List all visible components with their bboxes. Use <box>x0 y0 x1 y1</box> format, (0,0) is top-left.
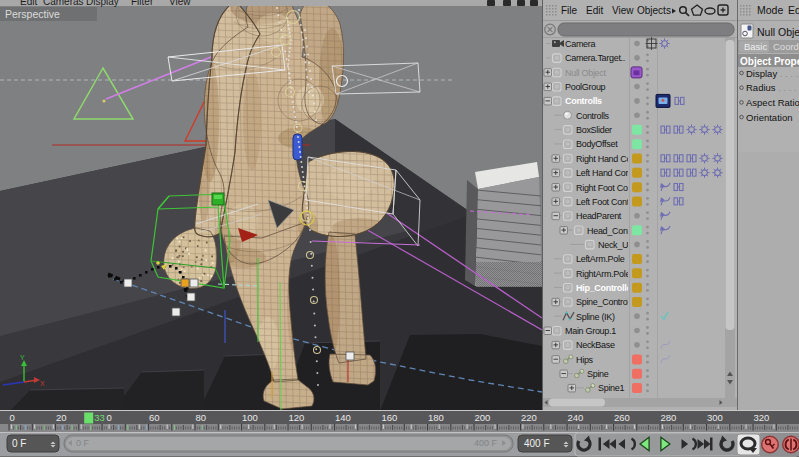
svg-text:View: View <box>169 0 191 7</box>
svg-text:400 F: 400 F <box>474 438 498 448</box>
svg-text:Basic: Basic <box>744 41 767 52</box>
svg-text:Hip_Controlle: Hip_Controlle <box>576 283 631 293</box>
svg-text:260: 260 <box>614 412 630 423</box>
svg-text:0: 0 <box>107 412 112 423</box>
svg-text:X: X <box>40 380 45 387</box>
svg-text:Spline (IK): Spline (IK) <box>576 312 615 322</box>
svg-text:280: 280 <box>661 412 677 423</box>
svg-text:Main Group.1: Main Group.1 <box>565 326 616 336</box>
svg-text:Left Foot Cont: Left Foot Cont <box>576 197 630 207</box>
svg-text:Orientation: Orientation <box>746 112 792 123</box>
svg-text:Hips: Hips <box>576 355 594 365</box>
svg-text:100: 100 <box>242 412 258 423</box>
svg-text:60: 60 <box>149 412 160 423</box>
svg-text:Spine1: Spine1 <box>598 383 625 393</box>
svg-text:300: 300 <box>707 412 723 423</box>
svg-text:NeckBase: NeckBase <box>576 340 615 350</box>
svg-text:Edi: Edi <box>788 4 799 16</box>
svg-text:Y: Y <box>20 354 25 361</box>
svg-text:0: 0 <box>10 412 15 423</box>
svg-text:Right Hand Co: Right Hand Co <box>576 154 631 164</box>
svg-text:BoxSlider: BoxSlider <box>576 125 612 135</box>
svg-text:Controlls: Controlls <box>565 96 602 106</box>
svg-text:80: 80 <box>196 412 207 423</box>
svg-text:View: View <box>612 5 634 16</box>
svg-text:120: 120 <box>289 412 305 423</box>
svg-text:Spine: Spine <box>587 369 609 379</box>
svg-text:0 F: 0 F <box>12 438 26 449</box>
svg-text:Right Foot Co: Right Foot Co <box>576 183 628 193</box>
svg-text:0 F: 0 F <box>76 438 90 448</box>
svg-text:Edit: Edit <box>586 5 603 16</box>
svg-text:140: 140 <box>335 412 351 423</box>
svg-text:Cameras: Cameras <box>43 0 84 7</box>
svg-text:Head_Contr: Head_Contr <box>587 226 633 236</box>
svg-text:Aspect Ratio: Aspect Ratio <box>746 97 799 108</box>
svg-text:400 F: 400 F <box>524 438 550 449</box>
svg-text:RightArm.Pole: RightArm.Pole <box>576 269 630 279</box>
svg-text:Display . . . .: Display . . . . <box>746 68 798 79</box>
svg-text:Mode: Mode <box>757 4 783 16</box>
svg-text:Objects: Objects <box>637 5 671 16</box>
svg-text:200: 200 <box>475 412 491 423</box>
svg-text:BodyOffset: BodyOffset <box>576 139 618 149</box>
svg-text:File: File <box>561 5 578 16</box>
svg-text:Display: Display <box>86 0 119 7</box>
svg-text:160: 160 <box>382 412 398 423</box>
svg-text:HeadParent: HeadParent <box>576 211 622 221</box>
svg-text:Neck_Up: Neck_Up <box>598 240 633 250</box>
svg-text:20: 20 <box>56 412 67 423</box>
svg-text:180: 180 <box>428 412 444 423</box>
svg-text:Null Object: Null Object <box>565 68 607 78</box>
svg-text:Coord.: Coord. <box>773 41 799 52</box>
svg-text:Camera.Target..: Camera.Target.. <box>565 53 625 63</box>
svg-text:240: 240 <box>568 412 584 423</box>
svg-text:LeftArm.Pole: LeftArm.Pole <box>576 254 625 264</box>
svg-text:Camera: Camera <box>565 39 596 49</box>
svg-text:Object Proper: Object Proper <box>740 56 799 67</box>
svg-text:Edit: Edit <box>20 0 37 7</box>
svg-text:PoolGroup: PoolGroup <box>565 82 606 92</box>
svg-text:Left Hand Cor: Left Hand Cor <box>576 168 628 178</box>
svg-text:320: 320 <box>754 412 770 423</box>
svg-text:33: 33 <box>94 412 105 423</box>
svg-text:220: 220 <box>521 412 537 423</box>
svg-text:Null Object: Null Object <box>757 26 799 38</box>
svg-text:Spine_Control: Spine_Control <box>576 297 629 307</box>
svg-text:Perspective: Perspective <box>5 8 60 20</box>
svg-text:Filter: Filter <box>131 0 154 7</box>
svg-text:Radius . . . . .: Radius . . . . . <box>746 82 799 93</box>
svg-text:Controlls: Controlls <box>576 111 610 121</box>
